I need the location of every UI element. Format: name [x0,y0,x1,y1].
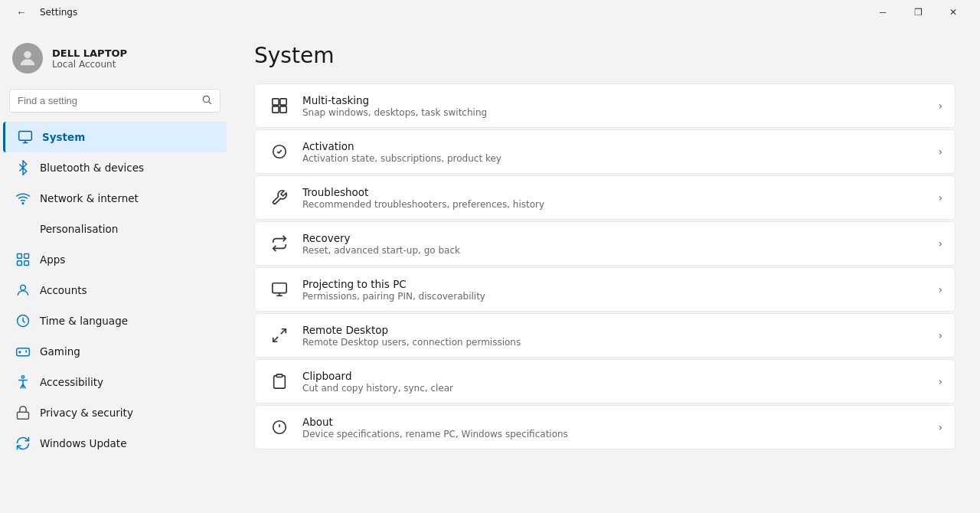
settings-item-left-clipboard: Clipboard Cut and copy history, sync, cl… [267,369,453,394]
settings-item-recovery[interactable]: Recovery Reset, advanced start-up, go ba… [254,221,956,266]
close-button[interactable]: ✕ [936,0,971,25]
svg-point-14 [21,376,24,378]
chevron-icon-about: › [938,421,942,433]
settings-item-remote[interactable]: Remote Desktop Remote Desktop users, con… [254,313,956,358]
nav-icon-network [15,191,31,206]
settings-item-left-activation: Activation Activation state, subscriptio… [267,139,501,164]
settings-name-projecting: Projecting to this PC [302,278,485,290]
settings-icon-clipboard [267,369,292,394]
sidebar-item-personalisation[interactable]: Personalisation [3,214,227,244]
chevron-icon-recovery: › [938,237,942,250]
sidebar-item-update[interactable]: Windows Update [3,428,227,459]
svg-point-1 [203,96,209,102]
chevron-icon-activation: › [938,145,942,158]
svg-line-24 [281,329,286,334]
settings-desc-projecting: Permissions, pairing PIN, discoverabilit… [302,291,485,302]
settings-item-clipboard[interactable]: Clipboard Cut and copy history, sync, cl… [254,359,956,404]
nav-label-accessibility: Accessibility [40,376,103,388]
search-input[interactable] [18,95,195,106]
settings-desc-multitasking: Snap windows, desktops, task switching [302,107,487,118]
nav-label-update: Windows Update [40,437,126,449]
user-info: DELL LAPTOP Local Account [52,47,127,70]
svg-line-2 [209,102,211,104]
svg-rect-26 [276,374,282,377]
search-box[interactable] [9,89,220,113]
nav-label-gaming: Gaming [40,345,80,358]
sidebar-item-accessibility[interactable]: Accessibility [3,367,227,397]
settings-text-projecting: Projecting to this PC Permissions, pairi… [302,278,485,302]
settings-desc-about: Device specifications, rename PC, Window… [302,429,568,439]
settings-item-left-about: About Device specifications, rename PC, … [267,415,568,439]
nav-label-privacy: Privacy & security [40,407,133,419]
user-section[interactable]: DELL LAPTOP Local Account [0,31,230,89]
titlebar-left: ← Settings [9,0,77,25]
sidebar-item-time[interactable]: Time & language [3,306,227,336]
nav-label-system: System [42,131,85,143]
page-title: System [254,43,956,68]
settings-item-projecting[interactable]: Projecting to this PC Permissions, pairi… [254,267,956,312]
settings-item-left-recovery: Recovery Reset, advanced start-up, go ba… [267,231,460,256]
app-container: DELL LAPTOP Local Account System Bluetoo… [0,25,980,513]
svg-rect-9 [18,261,22,266]
nav-icon-accessibility [15,374,31,390]
settings-text-remote: Remote Desktop Remote Desktop users, con… [302,324,521,348]
sidebar-item-privacy[interactable]: Privacy & security [3,397,227,428]
settings-name-troubleshoot: Troubleshoot [302,186,544,198]
nav-icon-apps [15,252,31,267]
svg-rect-16 [273,99,279,105]
nav-label-accounts: Accounts [40,284,87,296]
settings-text-recovery: Recovery Reset, advanced start-up, go ba… [302,232,460,256]
nav-icon-privacy [15,405,31,420]
settings-item-about[interactable]: About Device specifications, rename PC, … [254,405,956,449]
nav-label-personalisation: Personalisation [40,223,118,235]
settings-name-remote: Remote Desktop [302,324,521,336]
svg-rect-3 [19,132,32,141]
settings-desc-recovery: Reset, advanced start-up, go back [302,245,460,256]
settings-icon-remote [267,323,292,348]
svg-point-6 [22,203,24,204]
sidebar-item-accounts[interactable]: Accounts [3,275,227,306]
settings-list: Multi-tasking Snap windows, desktops, ta… [254,83,956,449]
settings-name-about: About [302,416,568,428]
settings-item-activation[interactable]: Activation Activation state, subscriptio… [254,129,956,174]
titlebar-controls: ─ ❐ ✕ [865,0,971,25]
nav-icon-personalisation [15,221,31,237]
settings-item-left-projecting: Projecting to this PC Permissions, pairi… [267,277,485,302]
sidebar-item-gaming[interactable]: Gaming [3,336,227,367]
nav-icon-time [15,313,31,328]
sidebar: DELL LAPTOP Local Account System Bluetoo… [0,25,230,513]
search-icon [201,94,212,107]
settings-name-multitasking: Multi-tasking [302,94,487,106]
settings-item-troubleshoot[interactable]: Troubleshoot Recommended troubleshooters… [254,175,956,220]
settings-name-activation: Activation [302,140,501,152]
chevron-icon-troubleshoot: › [938,191,942,204]
sidebar-item-bluetooth[interactable]: Bluetooth & devices [3,152,227,183]
svg-point-11 [21,285,26,290]
settings-text-about: About Device specifications, rename PC, … [302,416,568,439]
settings-text-troubleshoot: Troubleshoot Recommended troubleshooters… [302,186,544,210]
nav-icon-accounts [15,283,31,298]
restore-button[interactable]: ❐ [900,0,936,25]
settings-item-multitasking[interactable]: Multi-tasking Snap windows, desktops, ta… [254,83,956,128]
nav-icon-update [15,436,31,451]
user-name: DELL LAPTOP [52,47,127,59]
nav-list: System Bluetooth & devices Network & int… [0,122,230,459]
svg-point-0 [24,51,31,58]
svg-rect-17 [280,99,286,105]
svg-rect-19 [280,106,286,113]
settings-item-left-remote: Remote Desktop Remote Desktop users, con… [267,323,521,348]
content: System Multi-tasking Snap windows, deskt… [230,25,980,513]
nav-icon-bluetooth [15,160,31,175]
sidebar-item-system[interactable]: System [3,122,227,152]
sidebar-item-apps[interactable]: Apps [3,244,227,275]
svg-rect-7 [18,254,22,259]
minimize-button[interactable]: ─ [865,0,900,25]
chevron-icon-clipboard: › [938,375,942,387]
back-button[interactable]: ← [9,0,34,25]
nav-label-network: Network & internet [40,192,139,204]
settings-desc-clipboard: Cut and copy history, sync, clear [302,383,453,394]
svg-line-25 [273,337,278,341]
sidebar-item-network[interactable]: Network & internet [3,183,227,214]
chevron-icon-projecting: › [938,283,942,296]
nav-icon-gaming [15,344,31,359]
